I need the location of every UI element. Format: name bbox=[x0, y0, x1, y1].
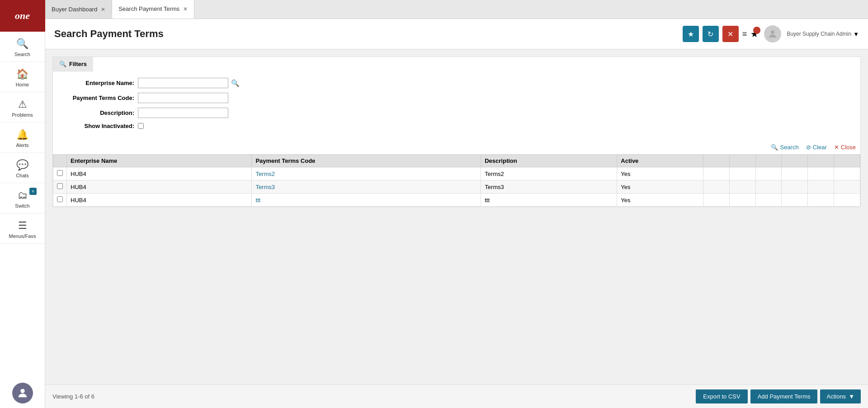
close-link-button[interactable]: ✕ Close bbox=[834, 144, 856, 151]
description-label: Description: bbox=[62, 109, 134, 116]
main-area: Buyer Dashboard ✕ Search Payment Terms ✕… bbox=[45, 0, 868, 408]
user-role: Buyer Supply Chain Admin bbox=[787, 31, 851, 37]
close-link-label: Close bbox=[841, 144, 856, 151]
sidebar-label-alerts: Alerts bbox=[16, 142, 28, 148]
col-description: Description bbox=[481, 155, 617, 167]
sidebar-item-menus[interactable]: ☰ Menus/Favs bbox=[0, 213, 45, 244]
row3-checkbox[interactable] bbox=[57, 196, 63, 202]
search-link-icon: 🔍 bbox=[771, 144, 778, 151]
menu-button[interactable]: ≡ bbox=[742, 29, 747, 39]
row3-code[interactable]: ttt bbox=[252, 194, 481, 207]
row3-c8 bbox=[782, 194, 808, 207]
alerts-icon: 🔔 bbox=[16, 129, 28, 141]
show-inactivated-checkbox[interactable] bbox=[138, 123, 144, 129]
header-right: ★ ↻ ✕ ≡ ★ bbox=[683, 25, 859, 43]
filters-tab[interactable]: 🔍 Filters bbox=[53, 57, 93, 71]
close-icon: ✕ bbox=[727, 30, 733, 38]
row2-checkbox[interactable] bbox=[57, 183, 63, 189]
row3-c9 bbox=[808, 194, 834, 207]
show-inactivated-label: Show Inactivated: bbox=[62, 123, 134, 129]
search-link-button[interactable]: 🔍 Search bbox=[771, 144, 798, 151]
sidebar-item-alerts[interactable]: 🔔 Alerts bbox=[0, 123, 45, 153]
export-csv-button[interactable]: Export to CSV bbox=[696, 389, 747, 403]
header-action-buttons: ★ ↻ ✕ ≡ ★ bbox=[683, 26, 759, 42]
row3-c7 bbox=[755, 194, 782, 207]
switch-icon: 🗂 bbox=[18, 190, 28, 201]
user-dropdown[interactable]: Buyer Supply Chain Admin ▼ bbox=[787, 31, 859, 38]
table-scroll-wrapper: Enterprise Name Payment Terms Code Descr… bbox=[53, 154, 860, 207]
sidebar-item-switch[interactable]: 🗂 Switch bbox=[0, 183, 45, 213]
profile-avatar-icon bbox=[16, 387, 29, 399]
row1-code[interactable]: Terms2 bbox=[252, 167, 481, 180]
problems-icon: ⚠ bbox=[18, 99, 27, 110]
tab-bar: Buyer Dashboard ✕ Search Payment Terms ✕ bbox=[45, 0, 868, 19]
row3-description: ttt bbox=[481, 194, 617, 207]
actions-label: Actions bbox=[826, 393, 846, 400]
row2-active: Yes bbox=[617, 180, 703, 194]
results-table: Enterprise Name Payment Terms Code Descr… bbox=[53, 154, 860, 207]
app-logo[interactable]: one bbox=[0, 0, 45, 32]
row1-checkbox[interactable] bbox=[57, 170, 63, 176]
clear-link-button[interactable]: ⊘ Clear bbox=[806, 144, 827, 151]
col-enterprise-name: Enterprise Name bbox=[67, 155, 252, 167]
home-icon: 🏠 bbox=[16, 68, 28, 80]
user-avatar bbox=[764, 25, 781, 43]
sidebar-item-chats[interactable]: 💬 Chats bbox=[0, 153, 45, 183]
close-button[interactable]: ✕ bbox=[722, 26, 739, 42]
table-row: HUB4 Terms3 Terms3 Yes bbox=[53, 180, 860, 194]
row3-checkbox-cell[interactable] bbox=[53, 194, 67, 207]
sidebar-item-problems[interactable]: ⚠ Problems bbox=[0, 92, 45, 123]
results-area: 🔍 Search ⊘ Clear ✕ Close bbox=[53, 140, 860, 207]
actions-button[interactable]: Actions ▼ bbox=[820, 389, 861, 403]
col-7 bbox=[729, 155, 755, 167]
col-payment-terms-code: Payment Terms Code bbox=[252, 155, 481, 167]
enterprise-search-icon[interactable]: 🔍 bbox=[231, 79, 240, 87]
favorite-button[interactable]: ★ bbox=[683, 26, 699, 42]
row2-c8 bbox=[782, 180, 808, 194]
sidebar-label-chats: Chats bbox=[16, 173, 29, 178]
table-body: HUB4 Terms2 Terms2 Yes bbox=[53, 167, 860, 207]
row2-c7 bbox=[755, 180, 782, 194]
col-6 bbox=[703, 155, 729, 167]
svg-point-0 bbox=[20, 389, 24, 393]
content-area: 🔍 Filters Enterprise Name: 🔍 Payment Ter… bbox=[45, 49, 868, 384]
dropdown-arrow-icon: ▼ bbox=[853, 31, 859, 38]
switch-badge bbox=[29, 188, 37, 195]
row1-c5 bbox=[703, 167, 729, 180]
sidebar-item-search[interactable]: 🔍 Search bbox=[0, 32, 45, 62]
row1-checkbox-cell[interactable] bbox=[53, 167, 67, 180]
tab-buyer-dashboard[interactable]: Buyer Dashboard ✕ bbox=[45, 0, 112, 19]
row1-c7 bbox=[755, 167, 782, 180]
search-icon: 🔍 bbox=[16, 38, 28, 50]
notification-dot bbox=[753, 27, 760, 34]
row2-enterprise: HUB4 bbox=[67, 180, 252, 194]
clear-link-label: Clear bbox=[813, 144, 827, 151]
close-buyer-dashboard-tab[interactable]: ✕ bbox=[101, 7, 105, 12]
row2-code[interactable]: Terms3 bbox=[252, 180, 481, 194]
close-search-payment-terms-tab[interactable]: ✕ bbox=[183, 6, 188, 12]
row1-enterprise: HUB4 bbox=[67, 167, 252, 180]
menus-icon: ☰ bbox=[18, 220, 27, 232]
tab-search-payment-terms[interactable]: Search Payment Terms ✕ bbox=[112, 0, 194, 19]
filters-tab-label: Filters bbox=[69, 61, 87, 67]
notification-bell[interactable]: ★ bbox=[750, 28, 759, 39]
row2-c9 bbox=[808, 180, 834, 194]
viewing-info: Viewing 1-6 of 6 bbox=[52, 393, 94, 400]
sidebar-item-home[interactable]: 🏠 Home bbox=[0, 62, 45, 92]
page-footer: Viewing 1-6 of 6 Export to CSV Add Payme… bbox=[45, 384, 868, 408]
results-actions-bar: 🔍 Search ⊘ Clear ✕ Close bbox=[53, 140, 860, 154]
table-header-row: Enterprise Name Payment Terms Code Descr… bbox=[53, 155, 860, 167]
refresh-button[interactable]: ↻ bbox=[703, 26, 719, 42]
row2-checkbox-cell[interactable] bbox=[53, 180, 67, 194]
filter-search-icon: 🔍 bbox=[59, 61, 66, 67]
row3-c5 bbox=[703, 194, 729, 207]
payment-terms-code-input[interactable] bbox=[138, 93, 228, 103]
star-icon: ★ bbox=[688, 30, 694, 38]
user-profile-icon[interactable] bbox=[12, 383, 33, 403]
sidebar: one 🔍 Search 🏠 Home ⚠ Problems 🔔 Alerts … bbox=[0, 0, 45, 408]
description-input[interactable] bbox=[138, 108, 228, 118]
refresh-icon: ↻ bbox=[708, 30, 713, 38]
add-payment-terms-button[interactable]: Add Payment Terms bbox=[750, 389, 818, 403]
enterprise-name-input[interactable] bbox=[138, 78, 228, 88]
enterprise-name-row: Enterprise Name: 🔍 bbox=[62, 78, 851, 88]
